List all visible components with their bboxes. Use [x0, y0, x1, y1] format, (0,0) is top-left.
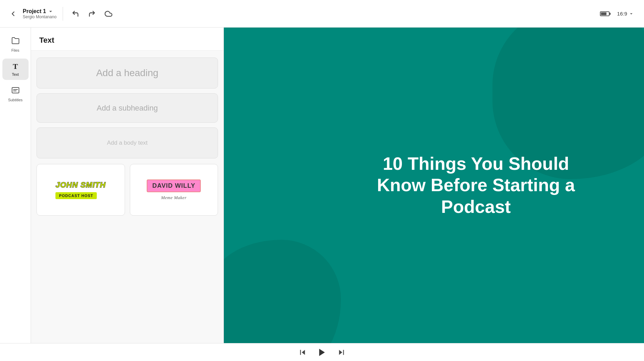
- divider: [63, 7, 63, 21]
- files-icon: [11, 37, 20, 47]
- rewind-button[interactable]: [297, 346, 309, 359]
- text-icon: T: [13, 62, 18, 71]
- add-subheading-button[interactable]: Add a subheading: [37, 93, 218, 123]
- david-willy-name: DAVID WILLY: [147, 179, 201, 192]
- sidebar: Files T Text Subtitles: [0, 28, 31, 343]
- subtitles-icon: [11, 86, 20, 96]
- project-author: Sergio Montanano: [23, 14, 56, 19]
- back-button[interactable]: [7, 8, 19, 20]
- toolbar-actions: [69, 8, 115, 20]
- add-heading-button[interactable]: Add a heading: [37, 58, 218, 89]
- david-willy-sub: Meme Maker: [161, 195, 187, 200]
- battery-icon: [600, 11, 610, 16]
- slide-canvas: 10 Things You Should Know Before Startin…: [224, 28, 644, 343]
- bottombar: [0, 343, 644, 361]
- project-name[interactable]: Project 1: [23, 8, 56, 14]
- sidebar-item-text[interactable]: T Text: [2, 59, 29, 80]
- sidebar-item-subtitles-label: Subtitles: [8, 98, 22, 102]
- text-panel-title: Text: [31, 28, 224, 51]
- topbar-right: 16:9: [600, 9, 637, 19]
- svg-marker-5: [319, 349, 325, 356]
- john-smith-content: JOHN SMITH PODCAST HOST: [51, 176, 110, 203]
- text-panel: Text Add a heading Add a subheading Add …: [31, 28, 224, 343]
- svg-rect-0: [12, 87, 19, 93]
- fast-forward-button[interactable]: [335, 346, 347, 359]
- david-willy-content: DAVID WILLY Meme Maker: [147, 179, 201, 200]
- blob-bottom-right: [472, 260, 575, 343]
- play-button[interactable]: [316, 346, 328, 359]
- john-smith-badge: PODCAST HOST: [55, 192, 96, 199]
- svg-marker-6: [339, 350, 342, 355]
- topbar: Project 1 Sergio Montanano: [0, 0, 644, 28]
- redo-button[interactable]: [86, 8, 98, 20]
- slide-headline[interactable]: 10 Things You Should Know Before Startin…: [371, 153, 581, 217]
- template-card-david-willy[interactable]: DAVID WILLY Meme Maker: [130, 164, 218, 216]
- aspect-ratio-selector[interactable]: 16:9: [614, 9, 637, 19]
- sidebar-item-files-label: Files: [11, 48, 19, 52]
- template-card-john-smith[interactable]: JOHN SMITH PODCAST HOST: [37, 164, 125, 216]
- template-cards-row: JOHN SMITH PODCAST HOST DAVID WILLY Meme…: [37, 164, 218, 216]
- project-info: Project 1 Sergio Montanano: [23, 8, 56, 19]
- sidebar-item-subtitles[interactable]: Subtitles: [2, 83, 29, 105]
- cloud-save-button[interactable]: [102, 8, 115, 20]
- add-body-text-button[interactable]: Add a body text: [37, 127, 218, 158]
- main-content: Files T Text Subtitles Text Add a headin…: [0, 28, 644, 343]
- sidebar-item-text-label: Text: [12, 72, 19, 76]
- undo-button[interactable]: [69, 8, 82, 20]
- john-smith-name: JOHN SMITH: [55, 180, 106, 189]
- text-panel-body: Add a heading Add a subheading Add a bod…: [31, 51, 224, 223]
- topbar-left: Project 1 Sergio Montanano: [7, 7, 115, 21]
- svg-marker-3: [302, 350, 305, 355]
- sidebar-item-files[interactable]: Files: [2, 33, 29, 56]
- blob-bottom-left: [224, 240, 341, 343]
- canvas-area[interactable]: 10 Things You Should Know Before Startin…: [224, 28, 644, 343]
